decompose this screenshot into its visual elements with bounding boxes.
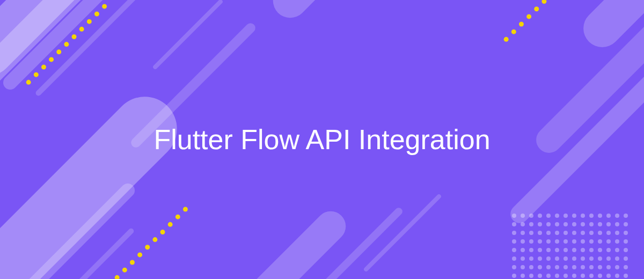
yellow-dots-diagonal — [503, 0, 555, 43]
banner-title: Flutter Flow API Integration — [134, 122, 510, 157]
yellow-dots-diagonal — [114, 206, 189, 279]
decorative-stripe — [266, 0, 389, 25]
hero-banner: Flutter Flow API Integration — [0, 0, 644, 279]
decorative-stripe — [217, 205, 352, 279]
decorative-stripe — [0, 83, 191, 279]
dot-grid — [512, 214, 628, 279]
